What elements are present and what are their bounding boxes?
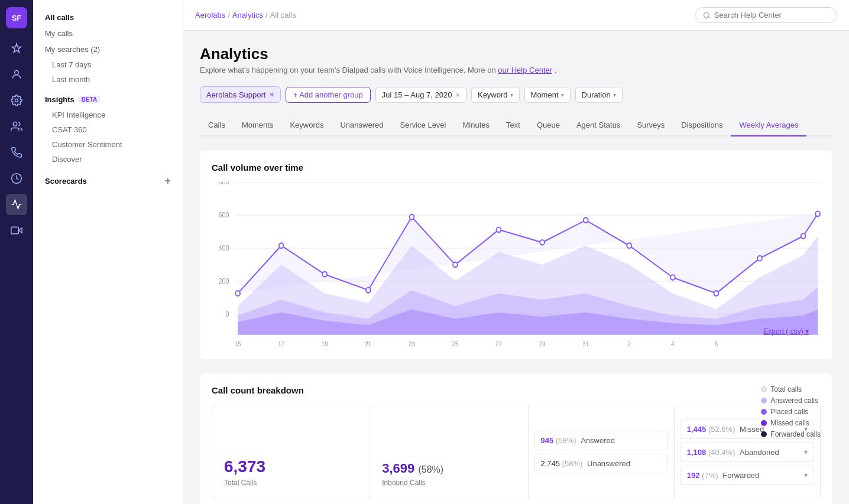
search-box[interactable] <box>695 7 837 23</box>
duration-chevron-icon: ▾ <box>613 92 616 98</box>
svg-point-2 <box>13 122 17 126</box>
tab-keywords[interactable]: Keywords <box>281 115 332 136</box>
abandoned-row[interactable]: 1,108 (40.4%) Abandoned ▾ <box>681 443 814 462</box>
legend-answered: Answered calls <box>761 396 821 405</box>
legend-answered-dot <box>761 398 767 404</box>
sidebar-csat[interactable]: CSAT 360 <box>33 122 183 137</box>
svg-point-6 <box>704 12 709 18</box>
remove-group-tag[interactable]: × <box>269 90 274 99</box>
answered-row: 945 (58%) Answered <box>534 431 668 450</box>
person-nav-icon[interactable] <box>6 64 27 85</box>
moment-dropdown[interactable]: Moment ▾ <box>524 87 571 103</box>
tab-text[interactable]: Text <box>498 115 529 136</box>
legend-missed: Missed calls <box>761 419 821 427</box>
svg-point-0 <box>15 70 19 74</box>
svg-point-32 <box>627 243 631 248</box>
main-content: Aerolabs / Analytics / All calls Analyti… <box>183 0 849 504</box>
chart-area: 800 600 400 200 0 <box>212 182 821 347</box>
svg-point-25 <box>322 272 327 277</box>
tab-calls[interactable]: Calls <box>200 115 234 136</box>
tab-moments[interactable]: Moments <box>234 115 281 136</box>
svg-rect-5 <box>11 227 18 234</box>
svg-text:200: 200 <box>218 278 229 285</box>
moment-chevron-icon: ▾ <box>561 92 564 98</box>
add-scorecard-button[interactable]: + <box>164 175 171 187</box>
breadcrumb-section[interactable]: Analytics <box>232 11 263 19</box>
sidebar-insights: Insights BETA <box>33 92 183 108</box>
chart-title: Call volume over time <box>212 162 821 173</box>
filters-row: Aerolabs Support × + Add another group J… <box>200 86 832 103</box>
answered-unanswered-col: 945 (58%) Answered 2,745 (58%) Unanswere… <box>528 405 674 499</box>
svg-text:600: 600 <box>218 212 229 219</box>
breadcrumb: Aerolabs / Analytics / All calls <box>195 11 296 19</box>
svg-text:0: 0 <box>225 311 229 318</box>
sidebar-my-calls[interactable]: My calls <box>33 25 183 41</box>
svg-text:25: 25 <box>452 340 459 347</box>
chart-container: Call volume over time 800 600 400 200 0 <box>200 151 832 359</box>
phone-nav-icon[interactable] <box>6 142 27 163</box>
history-nav-icon[interactable] <box>6 168 27 189</box>
tab-minutes[interactable]: Minutes <box>455 115 498 136</box>
sidebar-kpi[interactable]: KPI Intelligence <box>33 108 183 122</box>
help-center-link[interactable]: our Help Center <box>498 66 552 74</box>
breakdown-section: Call count breakdown Total calls Answere… <box>200 373 832 504</box>
svg-text:19: 19 <box>322 340 328 347</box>
breakdown-grid: 6,373 Total Calls 3,699 (58%) Inbound Ca… <box>212 405 821 499</box>
org-logo[interactable]: SF <box>6 7 27 28</box>
analytics-nav-icon[interactable] <box>6 194 27 215</box>
svg-text:400: 400 <box>218 245 229 252</box>
legend: Total calls Answered calls Placed calls … <box>761 385 821 438</box>
legend-forwarded: Forwarded calls <box>761 430 821 438</box>
breadcrumb-org[interactable]: Aerolabs <box>195 11 225 19</box>
tab-agent-status[interactable]: Agent Status <box>568 115 628 136</box>
tab-surveys[interactable]: Surveys <box>628 115 673 136</box>
svg-point-29 <box>497 227 501 232</box>
tabs-row: Calls Moments Keywords Unanswered Servic… <box>200 115 832 136</box>
tab-unanswered[interactable]: Unanswered <box>332 115 391 136</box>
sidebar-customer-sentiment[interactable]: Customer Sentiment <box>33 137 183 152</box>
svg-text:6: 6 <box>715 340 718 347</box>
breadcrumb-page: All calls <box>270 11 296 19</box>
tab-dispositions[interactable]: Dispositions <box>673 115 731 136</box>
sidebar-last-month[interactable]: Last month <box>33 72 183 87</box>
svg-point-30 <box>540 240 545 245</box>
sidebar-my-searches[interactable]: My searches (2) <box>33 41 183 57</box>
group-filter-tag[interactable]: Aerolabs Support × <box>200 86 281 103</box>
export-button[interactable]: Export (.csv) ▾ <box>763 327 809 336</box>
tab-service-level[interactable]: Service Level <box>391 115 454 136</box>
svg-point-37 <box>815 212 820 217</box>
duration-dropdown[interactable]: Duration ▾ <box>575 87 623 103</box>
svg-point-26 <box>366 288 371 293</box>
sidebar: All calls My calls My searches (2) Last … <box>33 0 183 504</box>
tab-queue[interactable]: Queue <box>529 115 568 136</box>
settings-nav-icon[interactable] <box>6 90 27 111</box>
top-bar: Aerolabs / Analytics / All calls <box>183 0 849 31</box>
add-group-button[interactable]: + Add another group <box>286 87 371 103</box>
search-icon <box>703 11 711 19</box>
tab-weekly-averages[interactable]: Weekly Averages <box>731 115 806 136</box>
sidebar-last-7-days[interactable]: Last 7 days <box>33 57 183 72</box>
svg-point-23 <box>235 291 240 296</box>
inbound-calls-col: 3,699 (58%) Inbound Calls <box>370 405 527 499</box>
forwarded-row[interactable]: 192 (7%) Forwarded ▾ <box>681 466 814 485</box>
svg-text:31: 31 <box>582 340 589 347</box>
legend-total: Total calls <box>761 385 821 394</box>
page-title: Analytics <box>200 45 832 63</box>
content-area: Analytics Explore what's happening on yo… <box>183 31 849 504</box>
svg-text:21: 21 <box>365 340 371 347</box>
sidebar-scorecards[interactable]: Scorecards + <box>33 171 183 191</box>
chart-svg: 800 600 400 200 0 <box>212 182 821 347</box>
svg-point-27 <box>410 214 414 220</box>
date-range-filter[interactable]: Jul 15 – Aug 7, 2020 × <box>375 87 466 103</box>
ai-nav-icon[interactable] <box>6 38 27 59</box>
video-nav-icon[interactable] <box>6 220 27 241</box>
sidebar-all-calls[interactable]: All calls <box>33 9 183 25</box>
svg-text:29: 29 <box>539 340 546 347</box>
team-nav-icon[interactable] <box>6 116 27 137</box>
svg-point-24 <box>279 243 284 248</box>
remove-date-filter[interactable]: × <box>455 90 460 99</box>
sidebar-discover[interactable]: Discover <box>33 152 183 167</box>
svg-point-34 <box>714 291 719 296</box>
search-input[interactable] <box>714 11 829 19</box>
keyword-dropdown[interactable]: Keyword ▾ <box>471 87 520 103</box>
